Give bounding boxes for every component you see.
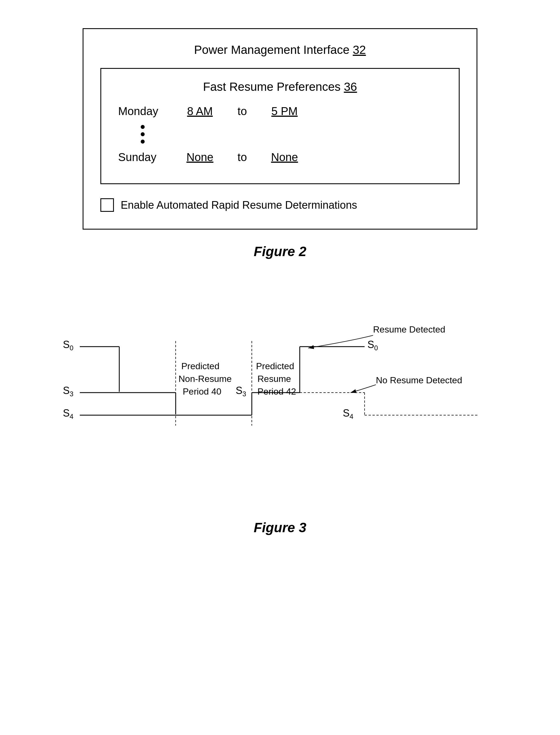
- inner-title: Fast Resume Preferences 36: [118, 80, 442, 94]
- sunday-start: None: [175, 151, 225, 164]
- s0-right-label: S0: [367, 339, 378, 352]
- period2-label1: Predicted: [256, 361, 294, 371]
- outer-box: Power Management Interface 32 Fast Resum…: [83, 28, 477, 230]
- dots-row: [141, 123, 442, 145]
- inner-title-text: Fast Resume Preferences: [203, 80, 344, 93]
- figure2-container: Power Management Interface 32 Fast Resum…: [83, 28, 477, 259]
- outer-title-num: 32: [353, 43, 366, 56]
- s4-right-label: S4: [343, 407, 353, 420]
- monday-row: Monday 8 AM to 5 PM: [118, 105, 442, 118]
- monday-label: Monday: [118, 105, 175, 118]
- resume-detected-label: Resume Detected: [373, 324, 445, 335]
- monday-start: 8 AM: [175, 105, 225, 118]
- checkbox[interactable]: [100, 198, 114, 212]
- outer-title: Power Management Interface 32: [100, 43, 460, 57]
- dot-2: [141, 132, 145, 136]
- monday-to: to: [225, 105, 259, 118]
- inner-title-num: 36: [344, 80, 357, 93]
- figure3-svg: S0 S3 S4 Predicted Non-Resume Period 40: [54, 304, 506, 502]
- checkbox-label: Enable Automated Rapid Resume Determinat…: [121, 199, 357, 211]
- figure3-caption: Figure 3: [54, 520, 506, 535]
- figure3-diagram: S0 S3 S4 Predicted Non-Resume Period 40: [54, 304, 506, 503]
- sunday-to: to: [225, 151, 259, 164]
- sunday-label: Sunday: [118, 151, 175, 164]
- period1-label1: Predicted: [181, 361, 219, 371]
- s3-mid-label: S3: [236, 385, 246, 398]
- s0-left-label: S0: [63, 339, 73, 352]
- sunday-end: None: [259, 151, 310, 164]
- figure3-container: S0 S3 S4 Predicted Non-Resume Period 40: [54, 304, 506, 535]
- no-resume-detected-label: No Resume Detected: [376, 375, 462, 385]
- dot-3: [141, 140, 145, 144]
- period2-label3: Period 42: [257, 386, 296, 397]
- dot-1: [141, 125, 145, 129]
- outer-title-text: Power Management Interface: [194, 43, 353, 56]
- checkbox-row: Enable Automated Rapid Resume Determinat…: [100, 198, 460, 212]
- period2-label2: Resume: [257, 374, 291, 384]
- s4-left-label: S4: [63, 407, 73, 420]
- s3-left-label: S3: [63, 385, 73, 398]
- inner-box: Fast Resume Preferences 36 Monday 8 AM t…: [100, 68, 460, 184]
- period1-label3: Period 40: [183, 386, 221, 397]
- figure2-caption: Figure 2: [83, 244, 477, 259]
- sunday-row: Sunday None to None: [118, 151, 442, 164]
- period1-label2: Non-Resume: [178, 374, 232, 384]
- monday-end: 5 PM: [259, 105, 310, 118]
